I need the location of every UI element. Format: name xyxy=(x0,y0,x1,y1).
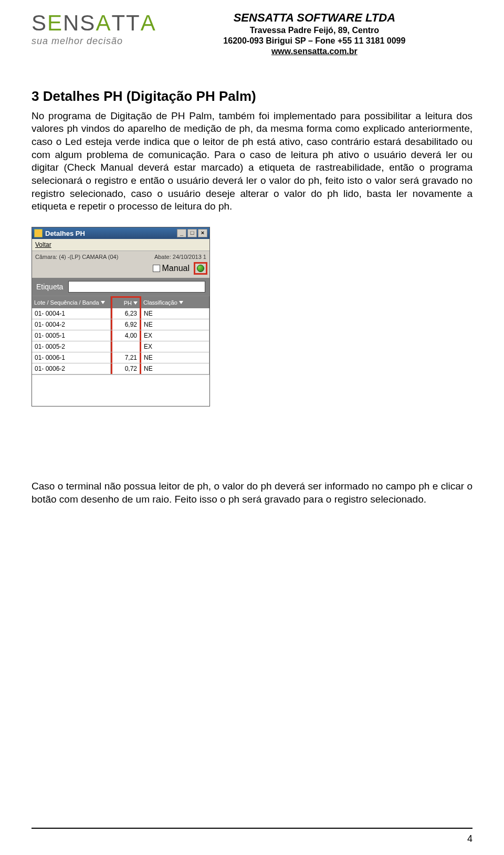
cell-ph: 7,21 xyxy=(111,352,141,363)
logo-text: SENSATTA xyxy=(32,11,156,36)
ph-grid: Lote / Sequência / Banda PH Classificaçã… xyxy=(32,296,209,406)
manual-row: Manual xyxy=(32,261,209,278)
company-url: www.sensatta.com.br xyxy=(156,46,472,57)
cell-class: NE xyxy=(141,308,209,319)
etiqueta-row: Etiqueta xyxy=(32,278,209,296)
cell-ph xyxy=(111,341,141,352)
section-title: 3 Detalhes PH (Digitação PH Palm) xyxy=(32,88,472,105)
grid-empty-area xyxy=(32,374,209,406)
cell-lote: 01- 0005-2 xyxy=(32,341,111,352)
column-header-ph-label: PH xyxy=(124,300,132,306)
column-header-lote-label: Lote / Sequência / Banda xyxy=(34,299,99,306)
table-row[interactable]: 01- 0004-1 6,23 NE xyxy=(32,308,209,319)
dropdown-icon xyxy=(101,301,105,304)
page-number: 4 xyxy=(467,833,472,844)
footer-divider xyxy=(32,828,472,829)
table-row[interactable]: 01- 0005-2 EX xyxy=(32,341,209,352)
manual-label: Manual xyxy=(162,264,190,273)
cell-ph: 4,00 xyxy=(111,330,141,341)
close-button[interactable]: × xyxy=(198,229,207,237)
table-row[interactable]: 01- 0005-1 4,00 EX xyxy=(32,330,209,341)
table-row[interactable]: 01- 0004-2 6,92 NE xyxy=(32,319,209,330)
menu-voltar[interactable]: Voltar xyxy=(35,241,51,248)
cell-lote: 01- 0006-2 xyxy=(32,363,111,374)
page-header: SENSATTA sua melhor decisão SENSATTA SOF… xyxy=(32,11,472,57)
cell-ph: 6,92 xyxy=(111,319,141,330)
palm-window: Detalhes PH _ □ × Voltar Câmara: (4) -(L… xyxy=(32,227,210,406)
logo-part: S xyxy=(32,11,47,35)
camara-label: Câmara: (4) -(LP) CAMARA (04) xyxy=(35,254,118,260)
dropdown-icon xyxy=(179,301,183,304)
logo: SENSATTA sua melhor decisão xyxy=(32,11,156,47)
table-row[interactable]: 01- 0006-2 0,72 NE xyxy=(32,363,209,374)
company-address-2: 16200-093 Birigui SP – Fone +55 11 3181 … xyxy=(156,36,472,46)
etiqueta-label: Etiqueta xyxy=(36,283,63,291)
logo-tagline: sua melhor decisão xyxy=(32,36,156,47)
cell-ph: 6,23 xyxy=(111,308,141,319)
logo-part: A xyxy=(96,11,111,35)
led-highlight xyxy=(194,262,207,275)
dropdown-icon xyxy=(133,301,138,305)
abate-label: Abate: 24/10/2013 1 xyxy=(118,254,206,260)
cell-class: NE xyxy=(141,319,209,330)
column-header-class-label: Classificação xyxy=(143,299,177,306)
cell-lote: 01- 0004-2 xyxy=(32,319,111,330)
manual-checkbox[interactable] xyxy=(153,265,160,272)
menu-bar: Voltar xyxy=(32,239,209,251)
column-header-ph[interactable]: PH xyxy=(111,296,141,308)
table-row[interactable]: 01- 0006-1 7,21 NE xyxy=(32,352,209,363)
cell-class: NE xyxy=(141,363,209,374)
company-info: SENSATTA SOFTWARE LTDA Travessa Padre Fe… xyxy=(156,11,472,57)
logo-part: E xyxy=(47,11,63,35)
cell-ph: 0,72 xyxy=(111,363,141,374)
maximize-button[interactable]: □ xyxy=(187,229,197,237)
logo-part: TT xyxy=(111,11,140,35)
cell-class: EX xyxy=(141,330,209,341)
cell-class: NE xyxy=(141,352,209,363)
window-title: Detalhes PH xyxy=(45,230,85,237)
company-address-1: Travessa Padre Feijó, 89, Centro xyxy=(156,25,472,36)
paragraph-1: No programa de Digitação de PH Palm, tam… xyxy=(32,110,472,214)
cell-lote: 01- 0005-1 xyxy=(32,330,111,341)
etiqueta-input[interactable] xyxy=(68,281,205,293)
cell-lote: 01- 0006-1 xyxy=(32,352,111,363)
logo-part: A xyxy=(141,11,156,35)
cell-class: EX xyxy=(141,341,209,352)
grid-header: Lote / Sequência / Banda PH Classificaçã… xyxy=(32,296,209,308)
status-led-icon xyxy=(197,265,204,272)
info-row: Câmara: (4) -(LP) CAMARA (04) Abate: 24/… xyxy=(32,251,209,261)
paragraph-2: Caso o terminal não possua leitor de ph,… xyxy=(32,480,472,506)
column-header-lote[interactable]: Lote / Sequência / Banda xyxy=(32,296,111,308)
cell-lote: 01- 0004-1 xyxy=(32,308,111,319)
window-titlebar: Detalhes PH _ □ × xyxy=(32,227,209,239)
window-icon xyxy=(34,229,43,237)
company-name: SENSATTA SOFTWARE LTDA xyxy=(156,11,472,25)
minimize-button[interactable]: _ xyxy=(177,229,186,237)
column-header-class[interactable]: Classificação xyxy=(141,296,209,308)
logo-part: NS xyxy=(63,11,96,35)
